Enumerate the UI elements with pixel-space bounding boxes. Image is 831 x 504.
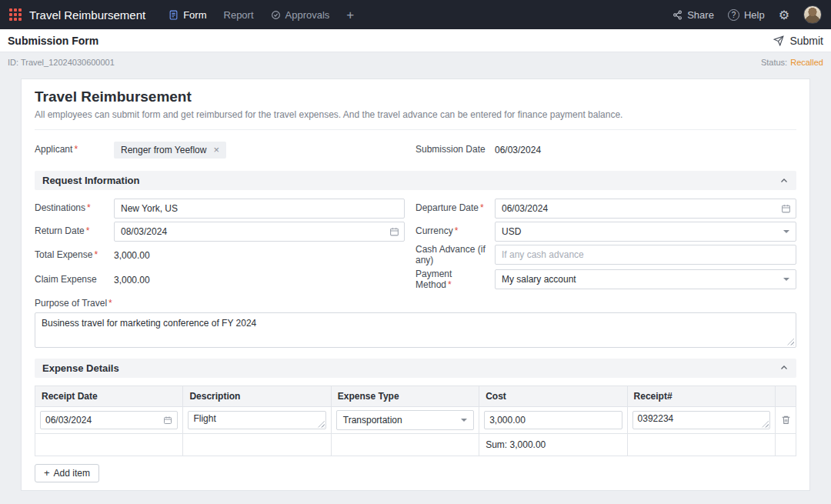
submission-date-field: Submission Date 06/03/2024 [416, 139, 796, 160]
destinations-field: Destinations* [35, 198, 416, 219]
help-icon: ? [728, 9, 739, 21]
col-receipt-number: Receipt# [627, 386, 775, 406]
cash-advance-input[interactable] [495, 245, 796, 265]
destinations-input[interactable] [114, 199, 405, 219]
claim-expense-value: 3,000.00 [114, 275, 150, 285]
payment-method-field: Payment Method* My salary account [416, 269, 796, 291]
receipt-date-input[interactable] [40, 411, 178, 429]
chevron-down-icon [783, 230, 789, 233]
form-description: All employees can submit form and get re… [35, 109, 796, 120]
col-actions [776, 386, 796, 406]
departure-date-label: Departure Date* [416, 202, 495, 213]
tab-approvals-label: Approvals [285, 9, 330, 21]
description-input[interactable]: Flight [188, 411, 325, 429]
add-item-button[interactable]: + Add item [35, 464, 99, 482]
currency-field: Currency* USD [416, 221, 796, 242]
calendar-icon[interactable] [781, 203, 791, 213]
destinations-label: Destinations* [35, 202, 114, 213]
applicant-row: Applicant* Renger from Yeeflow × Submiss… [35, 139, 796, 160]
chevron-up-icon[interactable] [779, 363, 789, 372]
topbar: Travel Reimbursement Form Report Approva… [0, 0, 831, 29]
required-mark: * [74, 144, 78, 155]
purpose-label: Purpose of Travel* [35, 298, 796, 309]
cost-input[interactable] [484, 411, 622, 429]
required-mark: * [108, 298, 112, 309]
add-item-label: Add item [54, 468, 90, 479]
top-nav: Form Report Approvals + [169, 8, 354, 22]
receipt-number-input[interactable]: 0392234 [632, 411, 770, 429]
currency-value: USD [502, 226, 521, 237]
required-mark: * [86, 225, 90, 236]
close-icon[interactable]: × [213, 145, 219, 155]
expense-type-value: Transportation [343, 415, 402, 426]
page-title: Submission Form [8, 35, 98, 47]
total-expense-field: Total Expense* 3,000.00 [35, 244, 416, 266]
required-mark: * [94, 249, 98, 260]
col-description: Description [183, 386, 331, 406]
status-value: Recalled [790, 58, 823, 67]
app-grid-icon[interactable] [9, 8, 22, 21]
tab-report[interactable]: Report [224, 9, 254, 21]
claim-expense-label: Claim Expense [35, 274, 114, 285]
help-button[interactable]: ? Help [728, 9, 765, 21]
payment-method-select[interactable]: My salary account [495, 269, 796, 289]
expense-table: Receipt Date Description Expense Type Co… [35, 386, 796, 456]
table-header-row: Receipt Date Description Expense Type Co… [35, 386, 796, 406]
applicant-chip[interactable]: Renger from Yeeflow × [114, 142, 226, 159]
submission-date-label: Submission Date [416, 144, 495, 155]
sum-label: Sum: [486, 439, 507, 450]
subheader: Submission Form Submit [0, 29, 831, 52]
currency-select[interactable]: USD [495, 222, 796, 242]
return-date-label: Return Date* [35, 225, 114, 236]
section-expense-details[interactable]: Expense Details [35, 359, 796, 378]
share-button[interactable]: Share [672, 9, 714, 21]
sum-cell: Sum: 3,000.00 [479, 433, 627, 456]
section-request-information-label: Request Information [42, 175, 139, 186]
col-expense-type: Expense Type [331, 386, 479, 406]
calendar-icon[interactable] [163, 416, 172, 425]
return-date-input[interactable] [114, 222, 405, 242]
required-mark: * [448, 279, 452, 290]
divider [35, 129, 796, 130]
approvals-icon [271, 10, 281, 20]
sum-row: Sum: 3,000.00 [35, 433, 796, 456]
departure-date-input[interactable] [495, 199, 796, 219]
status-badge: Status:Recalled [761, 58, 823, 67]
delete-row-button[interactable] [779, 413, 793, 426]
record-id: ID: Travel_12024030600001 [8, 58, 115, 67]
plus-icon: + [44, 468, 50, 478]
col-cost: Cost [479, 386, 627, 406]
applicant-chip-label: Renger from Yeeflow [121, 145, 206, 155]
departure-date-field: Departure Date* [416, 198, 796, 219]
add-tab-icon[interactable]: + [346, 8, 354, 22]
section-expense-details-label: Expense Details [42, 362, 119, 374]
submission-date-value: 06/03/2024 [495, 145, 541, 155]
tab-form[interactable]: Form [169, 9, 206, 21]
share-icon [672, 10, 682, 20]
submit-label: Submit [789, 35, 823, 47]
gear-icon[interactable]: ⚙ [779, 8, 789, 22]
share-label: Share [687, 9, 714, 21]
return-date-field: Return Date* [35, 221, 416, 242]
cash-advance-field: Cash Advance (if any) [416, 244, 796, 266]
form-title: Travel Reimbursement [35, 88, 796, 105]
tab-approvals[interactable]: Approvals [271, 9, 330, 21]
topbar-actions: Share ? Help ⚙ [672, 5, 822, 24]
help-label: Help [744, 9, 765, 21]
avatar[interactable] [803, 5, 822, 24]
trash-icon [781, 415, 791, 425]
total-expense-label: Total Expense* [35, 249, 114, 260]
cash-advance-label: Cash Advance (if any) [416, 244, 495, 266]
expense-type-select[interactable]: Transportation [336, 410, 474, 430]
applicant-field: Applicant* Renger from Yeeflow × [35, 139, 416, 160]
section-request-information[interactable]: Request Information [35, 171, 796, 190]
submit-button[interactable]: Submit [773, 35, 823, 47]
status-label: Status: [761, 58, 787, 67]
col-receipt-date: Receipt Date [35, 386, 183, 406]
applicant-label: Applicant* [35, 144, 114, 155]
claim-expense-field: Claim Expense 3,000.00 [35, 269, 416, 291]
record-meta-row: ID: Travel_12024030600001 Status:Recalle… [0, 52, 831, 72]
purpose-textarea[interactable]: Business travel for marketing conference… [35, 312, 796, 348]
calendar-icon[interactable] [389, 226, 399, 236]
chevron-up-icon[interactable] [779, 176, 789, 185]
